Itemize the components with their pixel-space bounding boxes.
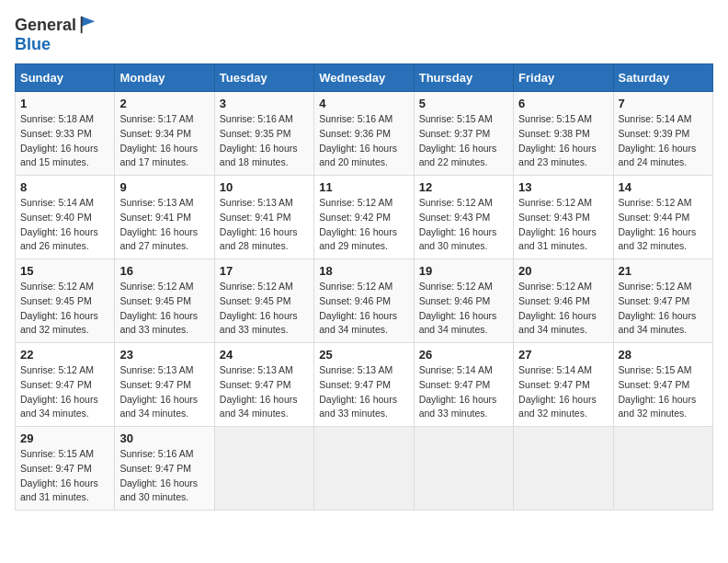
day-number: 7 (619, 97, 708, 110)
calendar-cell (613, 427, 712, 511)
day-number: 21 (619, 264, 708, 278)
day-number: 16 (119, 264, 209, 278)
header-day-wednesday: Wednesday (314, 64, 414, 92)
day-info: Sunrise: 5:15 AMSunset: 9:47 PMDaylight:… (619, 363, 708, 421)
calendar-cell: 7Sunrise: 5:14 AMSunset: 9:39 PMDaylight… (613, 92, 712, 176)
day-info: Sunrise: 5:12 AMSunset: 9:44 PMDaylight:… (619, 196, 708, 254)
day-info: Sunrise: 5:12 AMSunset: 9:47 PMDaylight:… (619, 280, 708, 338)
logo-blue-text: Blue (15, 35, 51, 54)
day-number: 22 (20, 348, 109, 362)
calendar-cell (414, 427, 513, 511)
calendar-cell: 20Sunrise: 5:12 AMSunset: 9:46 PMDayligh… (514, 259, 613, 343)
calendar-header: SundayMondayTuesdayWednesdayThursdayFrid… (16, 64, 713, 92)
calendar-cell: 18Sunrise: 5:12 AMSunset: 9:46 PMDayligh… (314, 259, 414, 343)
day-number: 28 (619, 348, 708, 362)
calendar-cell: 27Sunrise: 5:14 AMSunset: 9:47 PMDayligh… (514, 343, 613, 427)
day-number: 25 (319, 348, 408, 362)
logo-flag-icon (78, 15, 98, 35)
calendar-week-4: 22Sunrise: 5:12 AMSunset: 9:47 PMDayligh… (16, 343, 713, 427)
day-info: Sunrise: 5:14 AMSunset: 9:39 PMDaylight:… (619, 112, 708, 170)
day-number: 11 (319, 180, 408, 194)
calendar-cell: 26Sunrise: 5:14 AMSunset: 9:47 PMDayligh… (414, 343, 513, 427)
calendar-cell: 19Sunrise: 5:12 AMSunset: 9:46 PMDayligh… (414, 259, 513, 343)
calendar-cell: 12Sunrise: 5:12 AMSunset: 9:43 PMDayligh… (414, 176, 513, 259)
day-info: Sunrise: 5:12 AMSunset: 9:46 PMDaylight:… (518, 280, 608, 338)
day-number: 9 (119, 180, 209, 194)
day-info: Sunrise: 5:16 AMSunset: 9:35 PMDaylight:… (220, 112, 309, 170)
day-info: Sunrise: 5:12 AMSunset: 9:46 PMDaylight:… (419, 280, 508, 338)
day-number: 26 (419, 348, 508, 362)
day-info: Sunrise: 5:14 AMSunset: 9:47 PMDaylight:… (419, 363, 508, 421)
calendar-cell: 16Sunrise: 5:12 AMSunset: 9:45 PMDayligh… (115, 259, 214, 343)
svg-rect-1 (81, 17, 83, 33)
day-info: Sunrise: 5:12 AMSunset: 9:45 PMDaylight:… (119, 280, 209, 338)
day-number: 6 (518, 97, 608, 110)
day-info: Sunrise: 5:12 AMSunset: 9:45 PMDaylight:… (220, 280, 309, 338)
day-info: Sunrise: 5:13 AMSunset: 9:47 PMDaylight:… (220, 363, 309, 421)
calendar-cell: 30Sunrise: 5:16 AMSunset: 9:47 PMDayligh… (115, 427, 214, 511)
page-header: General Blue (15, 15, 713, 54)
calendar-cell (314, 427, 414, 511)
day-number: 19 (419, 264, 508, 278)
calendar-cell: 11Sunrise: 5:12 AMSunset: 9:42 PMDayligh… (314, 176, 414, 259)
calendar-body: 1Sunrise: 5:18 AMSunset: 9:33 PMDaylight… (16, 92, 713, 511)
day-info: Sunrise: 5:18 AMSunset: 9:33 PMDaylight:… (20, 112, 109, 170)
day-info: Sunrise: 5:12 AMSunset: 9:42 PMDaylight:… (319, 196, 408, 254)
calendar-cell: 25Sunrise: 5:13 AMSunset: 9:47 PMDayligh… (314, 343, 414, 427)
day-number: 17 (220, 264, 309, 278)
calendar-cell: 17Sunrise: 5:12 AMSunset: 9:45 PMDayligh… (214, 259, 313, 343)
day-number: 1 (20, 97, 109, 110)
day-number: 4 (319, 97, 408, 110)
day-number: 30 (119, 431, 209, 445)
logo-general-text: General (15, 16, 76, 35)
day-number: 3 (220, 97, 309, 110)
calendar-table: SundayMondayTuesdayWednesdayThursdayFrid… (15, 63, 713, 511)
day-number: 8 (20, 180, 109, 194)
day-number: 24 (220, 348, 309, 362)
day-number: 15 (20, 264, 109, 278)
day-number: 14 (619, 180, 708, 194)
day-info: Sunrise: 5:16 AMSunset: 9:36 PMDaylight:… (319, 112, 408, 170)
calendar-cell: 1Sunrise: 5:18 AMSunset: 9:33 PMDaylight… (16, 92, 115, 176)
day-number: 23 (119, 348, 209, 362)
day-number: 29 (20, 431, 109, 445)
calendar-week-3: 15Sunrise: 5:12 AMSunset: 9:45 PMDayligh… (16, 259, 713, 343)
day-info: Sunrise: 5:13 AMSunset: 9:47 PMDaylight:… (119, 363, 209, 421)
day-number: 27 (518, 348, 608, 362)
calendar-cell: 22Sunrise: 5:12 AMSunset: 9:47 PMDayligh… (16, 343, 115, 427)
day-info: Sunrise: 5:12 AMSunset: 9:43 PMDaylight:… (419, 196, 508, 254)
day-info: Sunrise: 5:15 AMSunset: 9:38 PMDaylight:… (518, 112, 608, 170)
day-info: Sunrise: 5:13 AMSunset: 9:47 PMDaylight:… (319, 363, 408, 421)
header-day-tuesday: Tuesday (214, 64, 313, 92)
calendar-cell: 8Sunrise: 5:14 AMSunset: 9:40 PMDaylight… (16, 176, 115, 259)
day-info: Sunrise: 5:17 AMSunset: 9:34 PMDaylight:… (119, 112, 209, 170)
calendar-cell: 21Sunrise: 5:12 AMSunset: 9:47 PMDayligh… (613, 259, 712, 343)
day-info: Sunrise: 5:14 AMSunset: 9:40 PMDaylight:… (20, 196, 109, 254)
calendar-cell: 10Sunrise: 5:13 AMSunset: 9:41 PMDayligh… (214, 176, 313, 259)
day-info: Sunrise: 5:12 AMSunset: 9:43 PMDaylight:… (518, 196, 608, 254)
day-number: 20 (518, 264, 608, 278)
day-info: Sunrise: 5:16 AMSunset: 9:47 PMDaylight:… (119, 447, 209, 505)
day-info: Sunrise: 5:12 AMSunset: 9:45 PMDaylight:… (20, 280, 109, 338)
calendar-cell: 5Sunrise: 5:15 AMSunset: 9:37 PMDaylight… (414, 92, 513, 176)
day-info: Sunrise: 5:12 AMSunset: 9:46 PMDaylight:… (319, 280, 408, 338)
day-number: 12 (419, 180, 508, 194)
day-number: 13 (518, 180, 608, 194)
header-day-saturday: Saturday (613, 64, 712, 92)
calendar-cell: 2Sunrise: 5:17 AMSunset: 9:34 PMDaylight… (115, 92, 214, 176)
header-day-friday: Friday (514, 64, 613, 92)
day-info: Sunrise: 5:13 AMSunset: 9:41 PMDaylight:… (220, 196, 309, 254)
calendar-cell: 3Sunrise: 5:16 AMSunset: 9:35 PMDaylight… (214, 92, 313, 176)
svg-marker-0 (82, 17, 96, 27)
day-info: Sunrise: 5:14 AMSunset: 9:47 PMDaylight:… (518, 363, 608, 421)
logo: General Blue (15, 15, 98, 54)
header-day-thursday: Thursday (414, 64, 513, 92)
calendar-week-5: 29Sunrise: 5:15 AMSunset: 9:47 PMDayligh… (16, 427, 713, 511)
calendar-cell: 9Sunrise: 5:13 AMSunset: 9:41 PMDaylight… (115, 176, 214, 259)
calendar-cell: 23Sunrise: 5:13 AMSunset: 9:47 PMDayligh… (115, 343, 214, 427)
calendar-week-1: 1Sunrise: 5:18 AMSunset: 9:33 PMDaylight… (16, 92, 713, 176)
calendar-cell: 28Sunrise: 5:15 AMSunset: 9:47 PMDayligh… (613, 343, 712, 427)
calendar-cell: 15Sunrise: 5:12 AMSunset: 9:45 PMDayligh… (16, 259, 115, 343)
day-number: 5 (419, 97, 508, 110)
header-day-sunday: Sunday (16, 64, 115, 92)
